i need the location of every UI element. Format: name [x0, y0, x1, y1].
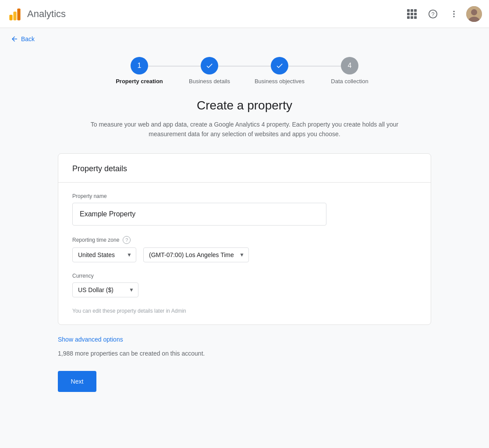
- more-vert-icon: [450, 10, 458, 18]
- properties-note: 1,988 more properties can be created on …: [58, 350, 431, 357]
- svg-rect-2: [17, 8, 20, 20]
- card-body: Property name Reporting time zone ? Unit…: [58, 183, 431, 325]
- card-header: Property details: [58, 154, 431, 183]
- svg-point-9: [471, 9, 477, 15]
- step-3: Business objectives: [244, 57, 315, 85]
- analytics-logo-icon: [7, 6, 23, 22]
- page-title: Create a property: [58, 99, 431, 113]
- country-select[interactable]: United States Canada United Kingdom Aust…: [72, 247, 136, 262]
- checkmark-icon-3: [276, 62, 283, 70]
- next-button[interactable]: Next: [58, 371, 96, 392]
- currency-group: Currency US Dollar ($) Euro (€) British …: [72, 273, 417, 297]
- svg-rect-1: [13, 11, 16, 20]
- step-2: Business details: [174, 57, 244, 85]
- step-3-circle: [271, 57, 288, 74]
- step-4: 4 Data collection: [315, 57, 385, 85]
- stepper: 1 Property creation Business details Bus…: [0, 50, 489, 99]
- timezone-select-wrapper: (GMT-07:00) Los Angeles Time (GMT-08:00)…: [143, 247, 249, 262]
- checkmark-icon-2: [206, 62, 213, 70]
- step-2-circle: [201, 57, 218, 74]
- edit-note: You can edit these property details late…: [72, 308, 417, 314]
- property-name-label: Property name: [72, 193, 417, 199]
- step-1-circle: 1: [131, 57, 148, 74]
- back-arrow-icon: [11, 35, 18, 43]
- property-name-group: Property name: [72, 193, 417, 226]
- currency-label: Currency: [72, 273, 417, 279]
- currency-select[interactable]: US Dollar ($) Euro (€) British Pound (£): [72, 282, 138, 297]
- help-icon: ?: [428, 9, 438, 19]
- step-1: 1 Property creation: [104, 57, 174, 85]
- property-name-input[interactable]: [72, 203, 326, 226]
- step-4-number: 4: [348, 62, 352, 70]
- main-content: Create a property To measure your web an…: [47, 99, 442, 409]
- nav-actions: ?: [403, 5, 482, 23]
- timezone-label-row: Reporting time zone ?: [72, 236, 417, 244]
- svg-text:?: ?: [431, 11, 434, 17]
- currency-select-wrapper: US Dollar ($) Euro (€) British Pound (£)…: [72, 282, 138, 297]
- app-title: Analytics: [27, 8, 66, 20]
- timezone-group: Reporting time zone ? United States Cana…: [72, 236, 417, 262]
- svg-point-6: [453, 13, 454, 14]
- back-label: Back: [21, 35, 35, 42]
- page-subtitle: To measure your web and app data, create…: [87, 120, 402, 139]
- show-advanced-button[interactable]: Show advanced options: [58, 336, 123, 343]
- step-4-circle: 4: [341, 57, 358, 74]
- svg-point-7: [453, 16, 454, 17]
- avatar-image: [466, 6, 482, 22]
- help-button[interactable]: ?: [424, 5, 442, 23]
- step-1-number: 1: [138, 62, 142, 70]
- timezone-help-icon[interactable]: ?: [123, 236, 131, 244]
- timezone-selects: United States Canada United Kingdom Aust…: [72, 247, 417, 262]
- timezone-label: Reporting time zone: [72, 237, 119, 243]
- logo-area: Analytics: [7, 6, 403, 22]
- back-link[interactable]: Back: [0, 28, 45, 50]
- card-header-title: Property details: [72, 164, 127, 173]
- top-navigation: Analytics ?: [0, 0, 489, 28]
- step-2-label: Business details: [189, 78, 230, 85]
- step-1-label: Property creation: [116, 78, 163, 85]
- property-details-card: Property details Property name Reporting…: [58, 153, 431, 325]
- svg-point-5: [453, 11, 454, 12]
- google-apps-button[interactable]: [403, 5, 421, 23]
- user-avatar[interactable]: [466, 6, 482, 22]
- country-select-wrapper: United States Canada United Kingdom Aust…: [72, 247, 136, 262]
- step-3-label: Business objectives: [255, 78, 305, 85]
- timezone-select[interactable]: (GMT-07:00) Los Angeles Time (GMT-08:00)…: [143, 247, 249, 262]
- svg-rect-0: [9, 14, 12, 20]
- more-options-button[interactable]: [445, 5, 463, 23]
- grid-icon: [407, 9, 417, 19]
- step-4-label: Data collection: [331, 78, 368, 85]
